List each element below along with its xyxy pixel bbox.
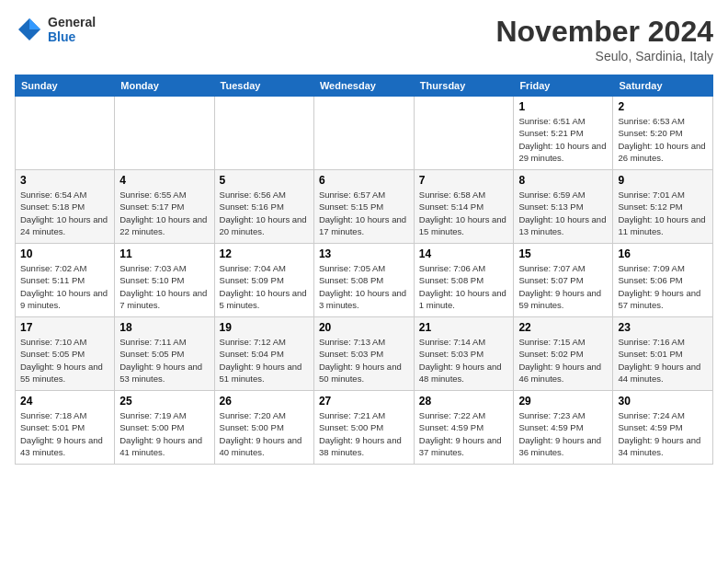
calendar-week-row: 17Sunrise: 7:10 AMSunset: 5:05 PMDayligh… (16, 317, 713, 391)
calendar-cell (16, 97, 115, 170)
day-info: Sunrise: 7:18 AMSunset: 5:01 PMDaylight:… (20, 409, 109, 458)
day-number: 5 (220, 174, 309, 187)
calendar-cell: 25Sunrise: 7:19 AMSunset: 5:00 PMDayligh… (115, 391, 214, 465)
calendar-week-row: 24Sunrise: 7:18 AMSunset: 5:01 PMDayligh… (16, 391, 713, 465)
day-info: Sunrise: 7:24 AMSunset: 4:59 PMDaylight:… (618, 409, 708, 458)
day-number: 16 (618, 247, 708, 260)
day-info: Sunrise: 7:10 AMSunset: 5:05 PMDaylight:… (20, 336, 109, 385)
day-info: Sunrise: 7:04 AMSunset: 5:09 PMDaylight:… (220, 262, 309, 311)
weekday-header: Friday (514, 75, 613, 97)
day-info: Sunrise: 7:11 AMSunset: 5:05 PMDaylight:… (119, 336, 209, 385)
calendar-cell: 21Sunrise: 7:14 AMSunset: 5:03 PMDayligh… (414, 317, 514, 391)
calendar-cell: 26Sunrise: 7:20 AMSunset: 5:00 PMDayligh… (214, 391, 313, 465)
calendar-cell: 20Sunrise: 7:13 AMSunset: 5:03 PMDayligh… (313, 317, 414, 391)
weekday-header-row: SundayMondayTuesdayWednesdayThursdayFrid… (16, 75, 713, 97)
logo-icon (15, 15, 44, 44)
day-number: 3 (20, 174, 109, 187)
day-info: Sunrise: 7:06 AMSunset: 5:08 PMDaylight:… (419, 262, 509, 311)
calendar-cell: 12Sunrise: 7:04 AMSunset: 5:09 PMDayligh… (214, 244, 313, 317)
calendar-cell: 3Sunrise: 6:54 AMSunset: 5:18 PMDaylight… (16, 170, 115, 244)
logo-general-text: General (48, 15, 96, 29)
day-info: Sunrise: 7:16 AMSunset: 5:01 PMDaylight:… (618, 336, 708, 385)
calendar-cell: 7Sunrise: 6:58 AMSunset: 5:14 PMDaylight… (414, 170, 514, 244)
day-number: 24 (20, 395, 109, 408)
day-info: Sunrise: 6:54 AMSunset: 5:18 PMDaylight:… (20, 189, 109, 237)
day-info: Sunrise: 6:56 AMSunset: 5:16 PMDaylight:… (220, 189, 309, 237)
day-number: 10 (20, 247, 109, 260)
day-info: Sunrise: 7:07 AMSunset: 5:07 PMDaylight:… (518, 262, 608, 311)
calendar-cell: 13Sunrise: 7:05 AMSunset: 5:08 PMDayligh… (313, 244, 414, 317)
calendar-week-row: 3Sunrise: 6:54 AMSunset: 5:18 PMDaylight… (16, 170, 713, 244)
calendar-cell: 4Sunrise: 6:55 AMSunset: 5:17 PMDaylight… (115, 170, 214, 244)
calendar-cell: 29Sunrise: 7:23 AMSunset: 4:59 PMDayligh… (514, 391, 613, 465)
day-number: 20 (319, 321, 409, 334)
day-number: 9 (618, 174, 708, 187)
calendar-cell: 2Sunrise: 6:53 AMSunset: 5:20 PMDaylight… (613, 97, 713, 170)
calendar-cell: 6Sunrise: 6:57 AMSunset: 5:15 PMDaylight… (313, 170, 414, 244)
day-number: 13 (319, 247, 409, 260)
day-info: Sunrise: 6:57 AMSunset: 5:15 PMDaylight:… (319, 189, 409, 237)
title-block: November 2024 Seulo, Sardinia, Italy (495, 15, 713, 63)
day-info: Sunrise: 7:21 AMSunset: 5:00 PMDaylight:… (319, 409, 409, 458)
day-number: 23 (618, 321, 708, 334)
weekday-header: Tuesday (214, 75, 313, 97)
day-info: Sunrise: 7:03 AMSunset: 5:10 PMDaylight:… (119, 262, 209, 311)
page-header: General Blue November 2024 Seulo, Sardin… (15, 15, 713, 63)
calendar-cell: 10Sunrise: 7:02 AMSunset: 5:11 PMDayligh… (16, 244, 115, 317)
calendar-cell: 18Sunrise: 7:11 AMSunset: 5:05 PMDayligh… (115, 317, 214, 391)
day-info: Sunrise: 7:15 AMSunset: 5:02 PMDaylight:… (518, 336, 608, 385)
calendar-cell: 14Sunrise: 7:06 AMSunset: 5:08 PMDayligh… (414, 244, 514, 317)
day-info: Sunrise: 6:59 AMSunset: 5:13 PMDaylight:… (518, 189, 608, 237)
day-number: 8 (518, 174, 608, 187)
day-info: Sunrise: 7:09 AMSunset: 5:06 PMDaylight:… (618, 262, 708, 311)
calendar-week-row: 1Sunrise: 6:51 AMSunset: 5:21 PMDaylight… (16, 97, 713, 170)
day-number: 4 (119, 174, 209, 187)
day-info: Sunrise: 7:23 AMSunset: 4:59 PMDaylight:… (518, 409, 608, 458)
calendar-cell: 23Sunrise: 7:16 AMSunset: 5:01 PMDayligh… (613, 317, 713, 391)
calendar-cell: 11Sunrise: 7:03 AMSunset: 5:10 PMDayligh… (115, 244, 214, 317)
day-info: Sunrise: 7:12 AMSunset: 5:04 PMDaylight:… (220, 336, 309, 385)
calendar-cell: 16Sunrise: 7:09 AMSunset: 5:06 PMDayligh… (613, 244, 713, 317)
day-number: 29 (518, 395, 608, 408)
calendar-week-row: 10Sunrise: 7:02 AMSunset: 5:11 PMDayligh… (16, 244, 713, 317)
day-info: Sunrise: 6:53 AMSunset: 5:20 PMDaylight:… (618, 115, 708, 164)
day-number: 6 (319, 174, 409, 187)
day-number: 18 (119, 321, 209, 334)
calendar-cell: 9Sunrise: 7:01 AMSunset: 5:12 PMDaylight… (613, 170, 713, 244)
day-info: Sunrise: 6:55 AMSunset: 5:17 PMDaylight:… (119, 189, 209, 237)
day-number: 17 (20, 321, 109, 334)
weekday-header: Sunday (16, 75, 115, 97)
day-number: 7 (419, 174, 509, 187)
day-number: 25 (119, 395, 209, 408)
calendar-cell (214, 97, 313, 170)
calendar-table: SundayMondayTuesdayWednesdayThursdayFrid… (15, 75, 713, 465)
day-info: Sunrise: 6:58 AMSunset: 5:14 PMDaylight:… (419, 189, 509, 237)
day-number: 30 (618, 395, 708, 408)
day-number: 26 (220, 395, 309, 408)
calendar-cell: 8Sunrise: 6:59 AMSunset: 5:13 PMDaylight… (514, 170, 613, 244)
day-info: Sunrise: 7:13 AMSunset: 5:03 PMDaylight:… (319, 336, 409, 385)
logo: General Blue (15, 15, 96, 44)
day-number: 11 (119, 247, 209, 260)
logo-blue-text: Blue (48, 29, 96, 44)
logo-text: General Blue (48, 15, 96, 44)
day-number: 22 (518, 321, 608, 334)
weekday-header: Thursday (414, 75, 514, 97)
day-info: Sunrise: 7:19 AMSunset: 5:00 PMDaylight:… (119, 409, 209, 458)
weekday-header: Wednesday (313, 75, 414, 97)
calendar-cell: 19Sunrise: 7:12 AMSunset: 5:04 PMDayligh… (214, 317, 313, 391)
day-number: 2 (618, 100, 708, 113)
day-number: 27 (319, 395, 409, 408)
day-info: Sunrise: 7:20 AMSunset: 5:00 PMDaylight:… (220, 409, 309, 458)
calendar-cell: 30Sunrise: 7:24 AMSunset: 4:59 PMDayligh… (613, 391, 713, 465)
calendar-cell: 15Sunrise: 7:07 AMSunset: 5:07 PMDayligh… (514, 244, 613, 317)
calendar-cell: 1Sunrise: 6:51 AMSunset: 5:21 PMDaylight… (514, 97, 613, 170)
month-title: November 2024 (495, 15, 713, 49)
weekday-header: Monday (115, 75, 214, 97)
svg-marker-1 (29, 18, 40, 29)
calendar-cell: 5Sunrise: 6:56 AMSunset: 5:16 PMDaylight… (214, 170, 313, 244)
calendar-cell: 27Sunrise: 7:21 AMSunset: 5:00 PMDayligh… (313, 391, 414, 465)
day-info: Sunrise: 7:05 AMSunset: 5:08 PMDaylight:… (319, 262, 409, 311)
calendar-cell: 22Sunrise: 7:15 AMSunset: 5:02 PMDayligh… (514, 317, 613, 391)
location: Seulo, Sardinia, Italy (495, 49, 713, 63)
